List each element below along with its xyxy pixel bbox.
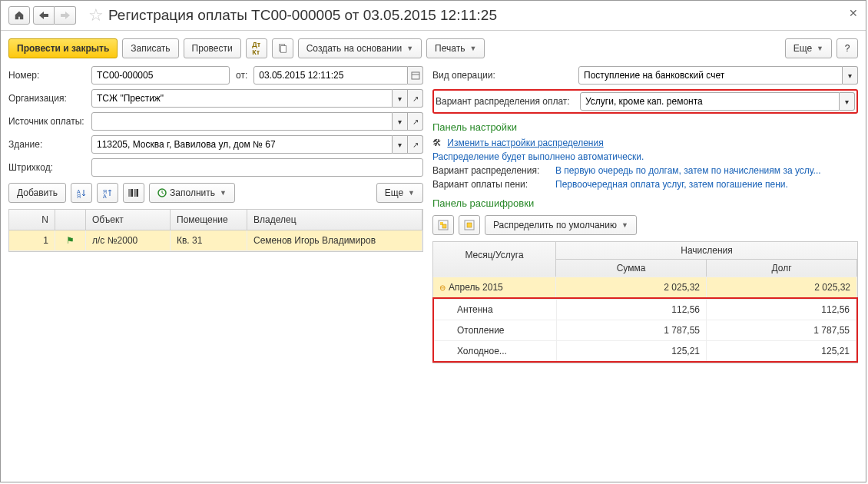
source-label: Источник оплаты: — [8, 116, 91, 127]
highlight-distribution: Вариант распределения оплат: ▾ — [432, 89, 858, 114]
more-grid-label: Еще — [385, 187, 403, 198]
distribute-default-label: Распределить по умолчанию — [493, 220, 617, 230]
more-grid-button[interactable]: Еще▼ — [376, 183, 423, 203]
close-icon[interactable]: ✕ — [849, 7, 858, 19]
cell-obj: л/с №2000 — [86, 230, 171, 250]
collapse-icon[interactable]: ⊖ — [439, 283, 446, 292]
detail-row[interactable]: Отопление 1 787,55 1 787,55 — [434, 320, 856, 340]
dist-var-value: В первую очередь по долгам, затем по нач… — [555, 165, 821, 176]
detail-row[interactable]: Антенна 112,56 112,56 — [434, 299, 856, 320]
print-label: Печать — [435, 43, 465, 54]
dropdown-icon[interactable]: ▾ — [393, 89, 408, 108]
dt-kt-button[interactable]: ДтКт — [246, 38, 267, 58]
building-label: Здание: — [8, 139, 91, 150]
number-label: Номер: — [8, 70, 91, 81]
change-settings-link[interactable]: Изменить настройки распределения — [447, 138, 603, 148]
dg-sum: 2 025,32 — [556, 277, 707, 297]
detail-row-total[interactable]: ⊖Апрель 2015 2 025,32 2 025,32 — [433, 277, 857, 297]
dg-debt: 112,56 — [707, 300, 856, 320]
barcode-button[interactable] — [123, 183, 144, 203]
dg-label: Антенна — [434, 300, 557, 320]
attachments-button[interactable] — [272, 38, 293, 58]
back-button[interactable] — [33, 6, 55, 25]
auto-note: Распределение будет выполнено автоматиче… — [432, 151, 644, 162]
col-n[interactable]: N — [9, 210, 55, 230]
dg-col-charges[interactable]: Начисления — [556, 242, 857, 260]
calendar-icon[interactable] — [408, 66, 423, 85]
dg-col-sum[interactable]: Сумма — [556, 260, 707, 277]
more-label: Еще — [793, 43, 812, 54]
cell-owner: Семенов Игорь Владимиров — [247, 230, 422, 250]
panel-settings-heading: Панель настройки — [432, 121, 858, 133]
open-icon[interactable]: ↗ — [408, 135, 423, 154]
dg-col-month[interactable]: Месяц/Услуга — [433, 242, 556, 277]
run-button[interactable]: Провести — [184, 38, 241, 58]
dg-sum: 1 787,55 — [557, 320, 707, 340]
col-owner[interactable]: Владелец — [247, 210, 422, 230]
number-input[interactable] — [91, 66, 230, 85]
flag-icon: ⚑ — [55, 230, 86, 250]
building-input[interactable] — [91, 135, 393, 154]
org-label: Организация: — [8, 93, 91, 104]
table-row[interactable]: 1 ⚑ л/с №2000 Кв. 31 Семенов Игорь Влади… — [9, 230, 422, 251]
create-based-on-button[interactable]: Создать на основании▼ — [298, 38, 422, 58]
create-based-label: Создать на основании — [306, 43, 403, 54]
op-type-label: Вид операции: — [432, 70, 578, 81]
svg-rect-1 — [280, 46, 286, 53]
expand-all-button[interactable] — [432, 215, 454, 235]
open-icon[interactable]: ↗ — [408, 89, 423, 108]
barcode-input[interactable] — [91, 158, 423, 177]
col-flag — [55, 210, 86, 230]
barcode-label: Штрихкод: — [8, 162, 91, 173]
panel-detail-heading: Панель расшифровки — [432, 197, 858, 209]
dg-debt: 1 787,55 — [707, 320, 856, 340]
date-input[interactable] — [253, 66, 408, 85]
svg-rect-19 — [467, 223, 472, 227]
forward-button[interactable] — [55, 6, 76, 25]
sort-desc-button[interactable]: ЯA — [97, 183, 118, 203]
dropdown-icon[interactable]: ▾ — [393, 112, 408, 131]
svg-text:Я: Я — [77, 194, 81, 198]
fill-label: Заполнить — [170, 187, 215, 198]
open-icon[interactable]: ↗ — [408, 112, 423, 131]
run-and-close-button[interactable]: Провести и закрыть — [8, 38, 118, 58]
dropdown-icon[interactable]: ▾ — [393, 135, 408, 154]
save-button[interactable]: Записать — [122, 38, 178, 58]
svg-rect-17 — [442, 224, 446, 228]
dropdown-icon[interactable]: ▾ — [843, 66, 858, 85]
dg-label: Апрель 2015 — [449, 282, 503, 293]
home-button[interactable] — [8, 6, 30, 25]
dg-sum: 125,21 — [557, 341, 707, 361]
dg-col-debt[interactable]: Долг — [707, 260, 857, 277]
peni-label: Вариант оплаты пени: — [432, 179, 555, 190]
cell-room: Кв. 31 — [171, 230, 247, 250]
dist-label: Вариант распределения оплат: — [436, 96, 580, 107]
org-input[interactable] — [91, 89, 393, 108]
col-room[interactable]: Помещение — [171, 210, 247, 230]
fill-button[interactable]: Заполнить▼ — [149, 183, 235, 203]
left-grid: N Объект Помещение Владелец 1 ⚑ л/с №200… — [8, 209, 423, 252]
sort-asc-button[interactable]: AЯ — [71, 183, 92, 203]
col-obj[interactable]: Объект — [86, 210, 171, 230]
detail-grid: Месяц/Услуга Начисления Сумма Долг ⊖Апре… — [432, 241, 858, 363]
svg-text:A: A — [103, 194, 107, 198]
op-type-input[interactable] — [578, 66, 843, 85]
peni-value: Первоочередная оплата услуг, затем погаш… — [555, 179, 788, 190]
detail-row[interactable]: Холодное... 125,21 125,21 — [434, 340, 856, 361]
favorite-star-icon[interactable]: ☆ — [88, 5, 104, 25]
more-button[interactable]: Еще▼ — [785, 38, 832, 58]
page-title: Регистрация оплаты ТС00-000005 от 03.05.… — [108, 7, 497, 24]
source-input[interactable] — [91, 112, 393, 131]
tools-icon: 🛠 — [432, 138, 443, 148]
distribute-default-button[interactable]: Распределить по умолчанию▼ — [485, 215, 637, 235]
svg-rect-2 — [412, 72, 419, 79]
collapse-all-button[interactable] — [459, 215, 480, 235]
add-button[interactable]: Добавить — [8, 183, 66, 203]
dropdown-icon[interactable]: ▾ — [840, 92, 855, 111]
from-label: от: — [236, 70, 247, 81]
dist-input[interactable] — [580, 92, 840, 111]
help-button[interactable]: ? — [837, 38, 858, 58]
print-button[interactable]: Печать▼ — [426, 38, 485, 58]
dist-var-label: Вариант распределения: — [432, 165, 555, 176]
dg-sum: 112,56 — [557, 300, 707, 320]
